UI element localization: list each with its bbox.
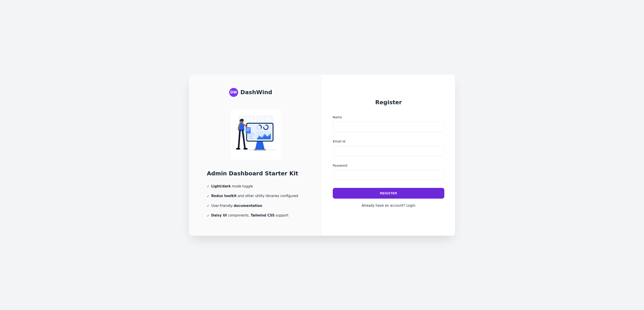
feature-item: ✓ Daisy UI components, Tailwind CSS supp… xyxy=(207,214,304,218)
logo: DW DashWind xyxy=(229,88,304,97)
submit-wrap: Register xyxy=(333,188,444,198)
email-input[interactable] xyxy=(333,146,444,156)
email-label: Email Id xyxy=(333,140,444,143)
illustration-wrap xyxy=(207,109,304,160)
login-link[interactable]: Login xyxy=(406,204,415,208)
name-label: Name xyxy=(333,116,444,119)
dashboard-illustration xyxy=(230,109,281,160)
check-icon: ✓ xyxy=(207,204,210,208)
login-prompt: Already have an account? xyxy=(362,204,406,208)
feature-text: Redux toolkit and other utility librarie… xyxy=(211,194,298,198)
login-row: Already have an account? Login xyxy=(333,204,444,208)
svg-point-22 xyxy=(243,148,248,150)
svg-rect-23 xyxy=(235,150,276,150)
check-icon: ✓ xyxy=(207,194,210,198)
name-field-group: Name xyxy=(333,116,444,132)
email-field-group: Email Id xyxy=(333,140,444,156)
svg-rect-19 xyxy=(246,130,249,131)
feature-item: ✓ Redux toolkit and other utility librar… xyxy=(207,194,304,198)
intro-pane: DW DashWind xyxy=(189,74,322,236)
register-button[interactable]: Register xyxy=(333,188,444,198)
svg-rect-11 xyxy=(248,136,253,137)
auth-card: DW DashWind xyxy=(189,74,455,236)
svg-rect-18 xyxy=(246,129,250,130)
dashboard-illustration-svg xyxy=(230,109,281,160)
register-pane: Register Name Email Id Password Register… xyxy=(322,74,455,236)
feature-item: ✓ User-friendly documentation xyxy=(207,204,304,208)
password-label: Password xyxy=(333,164,444,167)
form-title: Register xyxy=(333,99,444,106)
feature-text: Light/dark mode toggle xyxy=(211,184,253,189)
intro-title: Admin Dashboard Starter Kit xyxy=(207,170,304,177)
svg-point-21 xyxy=(236,148,240,150)
password-input[interactable] xyxy=(333,170,444,180)
feature-item: ✓ Light/dark mode toggle xyxy=(207,184,304,189)
password-field-group: Password xyxy=(333,164,444,180)
feature-text: Daisy UI components, Tailwind CSS suppor… xyxy=(211,214,288,218)
svg-rect-12 xyxy=(248,138,255,139)
logo-mark: DW xyxy=(229,88,238,97)
feature-text: User-friendly documentation xyxy=(211,204,262,208)
check-icon: ✓ xyxy=(207,214,210,218)
name-input[interactable] xyxy=(333,122,444,132)
logo-mark-text: DW xyxy=(230,90,237,94)
svg-rect-10 xyxy=(248,134,255,135)
check-icon: ✓ xyxy=(207,184,210,188)
logo-brand: DashWind xyxy=(240,89,272,96)
register-form: Name Email Id Password Register Already … xyxy=(333,116,444,208)
